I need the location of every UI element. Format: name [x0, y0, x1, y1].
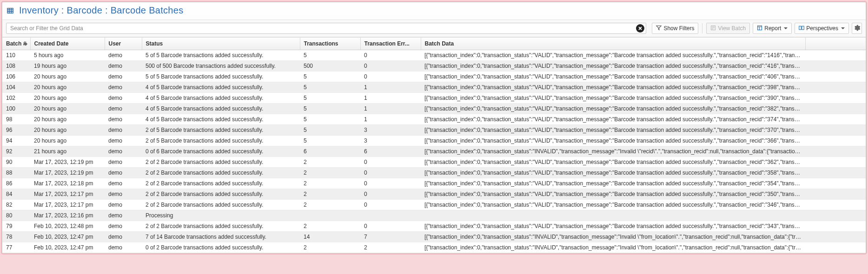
table-row[interactable]: 88Mar 17, 2023, 12:19 pmdemo2 of 2 Barco… [2, 168, 866, 178]
cell-transactions: 6 [300, 146, 360, 157]
cell-batch: 98 [2, 114, 30, 125]
cell-errors: 6 [360, 146, 421, 157]
col-transactions-label: Transactions [304, 40, 338, 47]
cell-spacer [805, 242, 866, 253]
cell-batch: 102 [2, 93, 30, 104]
cell-errors: 1 [360, 93, 421, 104]
cell-transactions: 5 [300, 136, 360, 146]
cell-created: 21 hours ago [30, 146, 105, 157]
table-row[interactable]: 9820 hours agodemo4 of 5 Barcode transac… [2, 114, 866, 125]
cell-transactions: 2 [300, 157, 360, 168]
col-spacer [805, 38, 866, 50]
cell-spacer [805, 104, 866, 114]
view-batch-button[interactable]: View Batch [706, 23, 750, 34]
cell-batch: 96 [2, 125, 30, 136]
table-row[interactable]: 80Mar 17, 2023, 12:16 pmdemoProcessing [2, 210, 866, 221]
cell-spacer [805, 114, 866, 125]
settings-button[interactable] [852, 23, 862, 34]
cell-errors: 0 [360, 200, 421, 210]
cell-transactions: 14 [300, 232, 360, 242]
cell-errors: 3 [360, 125, 421, 136]
cell-spacer [805, 221, 866, 232]
cell-created: Mar 17, 2023, 12:16 pm [30, 210, 105, 221]
table-row[interactable]: 9221 hours agodemo0 of 6 Barcode transac… [2, 146, 866, 157]
col-user[interactable]: User [105, 38, 142, 50]
cell-batch: 106 [2, 72, 30, 82]
cell-status: 2 of 2 Barcode transactions added succes… [142, 168, 300, 178]
table-row[interactable]: 10020 hours agodemo4 of 5 Barcode transa… [2, 104, 866, 114]
table-row[interactable]: 9420 hours agodemo2 of 5 Barcode transac… [2, 136, 866, 146]
cell-spacer [805, 93, 866, 104]
cell-status: 2 of 5 Barcode transactions added succes… [142, 136, 300, 146]
cell-user: demo [105, 232, 142, 242]
cell-created: 20 hours ago [30, 82, 105, 93]
cell-user: demo [105, 168, 142, 178]
cell-status: 2 of 2 Barcode transactions added succes… [142, 200, 300, 210]
cell-batch: 100 [2, 104, 30, 114]
col-batch[interactable]: Batch # ◆ [2, 38, 30, 50]
table-row[interactable]: 10620 hours agodemo5 of 5 Barcode transa… [2, 72, 866, 82]
form-icon [710, 25, 716, 32]
table-row[interactable]: 82Mar 17, 2023, 12:17 pmdemo2 of 2 Barco… [2, 200, 866, 210]
col-status[interactable]: Status [142, 38, 300, 50]
cell-transactions: 5 [300, 114, 360, 125]
cell-spacer [805, 178, 866, 189]
cell-created: 20 hours ago [30, 72, 105, 82]
table-row[interactable]: 78Feb 10, 2023, 12:47 pmdemo7 of 14 Barc… [2, 232, 866, 242]
cell-batch: 80 [2, 210, 30, 221]
cell-user: demo [105, 189, 142, 200]
table-row[interactable]: 10220 hours agodemo4 of 5 Barcode transa… [2, 93, 866, 104]
cell-created: 20 hours ago [30, 136, 105, 146]
cell-spacer [805, 168, 866, 178]
search-wrap [6, 23, 646, 34]
table-row[interactable]: 79Feb 10, 2023, 12:48 pmdemo2 of 2 Barco… [2, 221, 866, 232]
cell-spacer [805, 72, 866, 82]
cell-transactions: 2 [300, 221, 360, 232]
cell-errors: 0 [360, 61, 421, 72]
table-row[interactable]: 84Mar 17, 2023, 12:17 pmdemo2 of 2 Barco… [2, 189, 866, 200]
cell-batch_data: [{"transaction_index":0,"transaction_sta… [421, 189, 805, 200]
show-filters-button[interactable]: Show Filters [652, 23, 698, 34]
col-transactions[interactable]: Transactions [300, 38, 360, 50]
table-row[interactable]: 10819 hours agodemo500 of 500 Barcode tr… [2, 61, 866, 72]
cell-batch: 94 [2, 136, 30, 146]
col-created[interactable]: Created Date [30, 38, 105, 50]
table-row[interactable]: 86Mar 17, 2023, 12:18 pmdemo2 of 2 Barco… [2, 178, 866, 189]
report-button[interactable]: Report [753, 23, 792, 34]
cell-batch_data: [{"transaction_index":0,"transaction_sta… [421, 136, 805, 146]
cell-spacer [805, 189, 866, 200]
svg-rect-15 [799, 26, 802, 30]
cell-status: 2 of 2 Barcode transactions added succes… [142, 221, 300, 232]
report-icon [757, 25, 762, 32]
cell-transactions: 2 [300, 200, 360, 210]
cell-batch_data: [{"transaction_index":0,"transaction_sta… [421, 125, 805, 136]
svg-marker-7 [656, 26, 662, 30]
cell-batch_data: [{"transaction_index":0,"transaction_sta… [421, 61, 805, 72]
cell-user: demo [105, 136, 142, 146]
cell-status: 4 of 5 Barcode transactions added succes… [142, 104, 300, 114]
table-row[interactable]: 77Feb 10, 2023, 12:47 pmdemo0 of 2 Barco… [2, 242, 866, 253]
col-errors[interactable]: Transaction Err... [360, 38, 421, 50]
cell-spacer [805, 50, 866, 61]
cell-user: demo [105, 157, 142, 168]
table-row[interactable]: 9620 hours agodemo2 of 5 Barcode transac… [2, 125, 866, 136]
col-batch-data[interactable]: Batch Data [421, 38, 805, 50]
cell-user: demo [105, 146, 142, 157]
cell-errors: 1 [360, 114, 421, 125]
table-row[interactable]: 90Mar 17, 2023, 12:19 pmdemo2 of 2 Barco… [2, 157, 866, 168]
perspectives-button[interactable]: Perspectives [795, 23, 849, 34]
cell-errors: 7 [360, 232, 421, 242]
cell-status: 0 of 6 Barcode transactions added succes… [142, 146, 300, 157]
table-row[interactable]: 1105 hours agodemo5 of 5 Barcode transac… [2, 50, 866, 61]
cell-created: 19 hours ago [30, 61, 105, 72]
cell-spacer [805, 210, 866, 221]
search-input[interactable] [6, 23, 646, 34]
table-row[interactable]: 10420 hours agodemo4 of 5 Barcode transa… [2, 82, 866, 93]
cell-user: demo [105, 221, 142, 232]
cell-batch_data: [{"transaction_index":0,"transaction_sta… [421, 221, 805, 232]
cell-batch: 84 [2, 189, 30, 200]
cell-status: 5 of 5 Barcode transactions added succes… [142, 50, 300, 61]
cell-created: Feb 10, 2023, 12:47 pm [30, 242, 105, 253]
cell-transactions: 2 [300, 168, 360, 178]
col-status-label: Status [146, 40, 163, 47]
